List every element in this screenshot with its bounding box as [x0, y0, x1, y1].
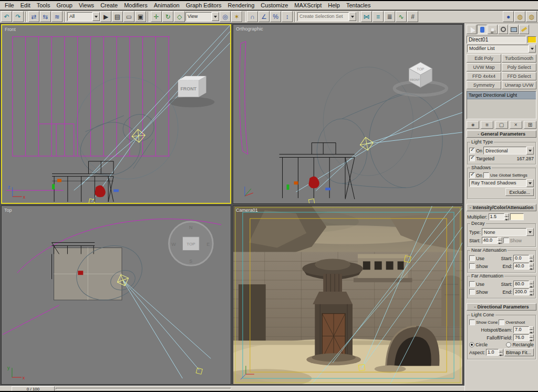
spinner-down-icon[interactable] — [529, 259, 534, 262]
decay-type-dropdown[interactable]: None — [482, 228, 534, 236]
decay-show-checkbox[interactable] — [503, 238, 509, 243]
near-end-value[interactable]: 40.0 — [513, 263, 529, 270]
snaps-toggle-button[interactable]: ∩ — [247, 11, 258, 22]
time-slider-track[interactable] — [56, 388, 231, 389]
tab-modify[interactable] — [477, 25, 487, 34]
named-selection-set-combo[interactable]: Create Selection Set — [297, 12, 356, 21]
menu-views[interactable]: Views — [76, 2, 97, 9]
view-compass-gizmo[interactable]: N W E S TOP — [169, 222, 213, 266]
spinner-down-icon[interactable] — [529, 266, 534, 270]
viewport-label[interactable]: Orthographic — [236, 26, 263, 32]
menu-group[interactable]: Group — [53, 2, 76, 9]
decay-start-value[interactable]: 40.0 — [482, 237, 498, 244]
front-viewport-canvas[interactable]: FRONT x z Front — [2, 25, 230, 203]
menu-create[interactable]: Create — [97, 2, 121, 9]
material-editor-button[interactable]: ● — [503, 11, 514, 22]
menu-file[interactable]: File — [2, 2, 17, 9]
modifier-button-uvw-map[interactable]: UVW Map — [467, 63, 501, 71]
hotspot-value[interactable]: 7.0 — [513, 326, 529, 333]
menu-customize[interactable]: Customize — [257, 2, 291, 9]
spinner-down-icon[interactable] — [529, 292, 534, 296]
select-and-rotate-button[interactable]: ↻ — [162, 11, 173, 22]
spinner-down-icon[interactable] — [499, 353, 503, 356]
far-start-value[interactable]: 80.0 — [513, 281, 529, 287]
far-end-value[interactable]: 200.0 — [513, 288, 529, 295]
tab-motion[interactable] — [498, 25, 508, 34]
select-object-button[interactable]: ▶ — [100, 11, 111, 22]
object-color-swatch[interactable] — [527, 36, 536, 43]
select-by-name-button[interactable]: ▤ — [112, 11, 123, 22]
menu-animation[interactable]: Animation — [151, 2, 183, 9]
far-show-checkbox[interactable] — [469, 289, 475, 295]
far-end-spinner[interactable]: 200.0 — [513, 288, 534, 295]
spinner-snap-button[interactable]: ↕ — [282, 11, 293, 22]
menu-rendering[interactable]: Rendering — [225, 2, 258, 9]
viewport-orthographic[interactable]: TOP FRONT Orthographic — [233, 24, 463, 204]
shadow-type-dropdown[interactable]: Ray Traced Shadows — [469, 179, 534, 187]
decay-start-spinner[interactable]: 40.0 — [482, 237, 502, 244]
modifier-button-ffd-select[interactable]: FFD Select — [502, 72, 536, 80]
tab-create[interactable] — [467, 25, 477, 34]
near-start-value[interactable]: 0.0 — [513, 255, 529, 262]
menu-help[interactable]: Help — [325, 2, 343, 9]
viewport-label[interactable]: Front — [5, 27, 16, 32]
circle-radio[interactable] — [469, 342, 474, 347]
far-use-checkbox[interactable] — [469, 281, 475, 287]
shadows-on-checkbox[interactable] — [469, 172, 475, 178]
viewport-top[interactable]: N W E S TOP x y Top — [1, 205, 231, 385]
falloff-value[interactable]: 76.0 — [513, 334, 529, 341]
selection-filter-dropdown[interactable]: All — [67, 12, 100, 21]
modifier-button-poly-select[interactable]: Poly Select — [502, 63, 536, 71]
modifier-button-unwrap-uvw[interactable]: Unwrap UVW — [502, 81, 536, 89]
rollout-header-directional[interactable]: - Directional Parameters — [467, 303, 536, 311]
far-start-spinner[interactable]: 80.0 — [513, 281, 534, 287]
stack-item-target-directional-light[interactable]: Target Directional Light — [467, 91, 536, 99]
modifier-list-dropdown[interactable]: Modifier List — [467, 45, 536, 53]
falloff-spinner[interactable]: 76.0 — [513, 334, 534, 341]
light-type-dropdown[interactable]: Directional — [483, 147, 534, 154]
redo-button[interactable]: ↷ — [13, 11, 24, 22]
camera-viewport-canvas[interactable]: Camera01 — [233, 206, 462, 384]
select-and-link-button[interactable]: ⇄ — [28, 11, 39, 22]
light-color-swatch[interactable] — [510, 213, 524, 220]
render-scene-button[interactable]: ◍ — [514, 11, 525, 22]
percent-snap-button[interactable]: % — [270, 11, 281, 22]
modifier-button-ffd-4x4x4[interactable]: FFD 4x4x4 — [467, 72, 501, 80]
viewport-camera01[interactable]: Camera01 — [233, 205, 463, 385]
modifier-button-symmetry[interactable]: Symmetry — [467, 81, 501, 89]
undo-button[interactable]: ↶ — [1, 11, 12, 22]
modifier-button-edit-poly[interactable]: Edit Poly — [467, 54, 501, 63]
menu-edit[interactable]: Edit — [17, 2, 34, 9]
menu-tools[interactable]: Tools — [34, 2, 54, 9]
select-and-scale-button[interactable]: ◇ — [174, 11, 185, 22]
align-button[interactable]: ≡ — [373, 11, 384, 22]
spinner-down-icon[interactable] — [504, 217, 509, 221]
viewport-label[interactable]: Camera01 — [236, 208, 258, 213]
viewport-label[interactable]: Top — [4, 208, 12, 213]
hotspot-spinner[interactable]: 7.0 — [513, 326, 534, 333]
bitmap-fit-button[interactable]: Bitmap Fit... — [504, 348, 534, 356]
multiplier-value[interactable]: 1.5 — [489, 213, 504, 220]
show-cone-checkbox[interactable] — [469, 319, 475, 325]
quick-render-button[interactable]: ◍ — [526, 11, 537, 22]
spinner-down-icon[interactable] — [498, 241, 502, 244]
tab-hierarchy[interactable] — [488, 25, 498, 34]
light-on-checkbox[interactable] — [469, 148, 475, 153]
rollout-header-general-parameters[interactable]: - General Parameters — [467, 130, 536, 138]
use-global-settings-checkbox[interactable] — [483, 172, 489, 178]
ortho-viewport-canvas[interactable]: TOP FRONT Orthographic — [233, 25, 462, 203]
menu-tentacles[interactable]: Tentacles — [343, 2, 374, 9]
angle-snap-button[interactable]: ∠ — [258, 11, 270, 22]
overshoot-checkbox[interactable] — [499, 319, 504, 325]
layer-manager-button[interactable]: ≣ — [384, 11, 395, 22]
tab-display[interactable] — [509, 25, 519, 34]
use-pivot-point-center-button[interactable]: ◎ — [220, 11, 231, 22]
configure-modifier-sets-button[interactable]: ⊞ — [524, 121, 536, 129]
near-use-checkbox[interactable] — [469, 255, 475, 261]
pin-stack-button[interactable]: ∗ — [467, 121, 479, 129]
select-and-manipulate-button[interactable]: ✶ — [231, 11, 242, 22]
spinner-down-icon[interactable] — [529, 338, 534, 342]
mirror-button[interactable]: ⋈ — [361, 11, 372, 22]
curve-editor-button[interactable]: ∿ — [396, 11, 407, 22]
spinner-down-icon[interactable] — [529, 284, 534, 288]
